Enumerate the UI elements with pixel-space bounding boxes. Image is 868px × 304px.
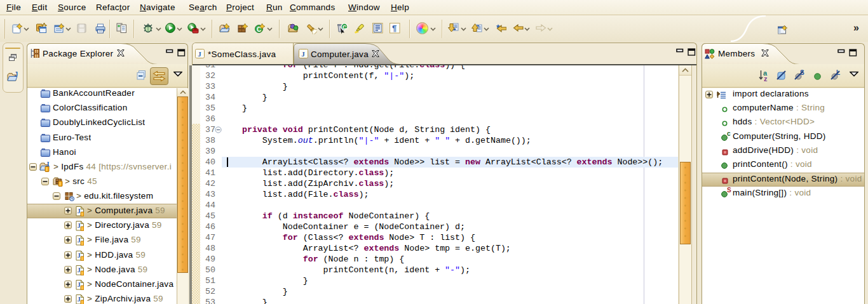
svg-text:J: J [78,222,81,229]
svg-text:J: J [78,252,81,259]
svg-text:J: J [78,237,81,244]
svg-text:¶: ¶ [392,23,397,33]
svg-text:C: C [342,24,347,30]
svg-text:J: J [15,71,18,78]
svg-text:J: J [198,50,201,58]
svg-text:J: J [78,281,81,288]
svg-text:J: J [78,267,81,274]
svg-text:J: J [301,50,305,58]
svg-text:J: J [78,208,81,215]
svg-text:J: J [78,296,81,303]
svg-text:z: z [764,75,768,82]
